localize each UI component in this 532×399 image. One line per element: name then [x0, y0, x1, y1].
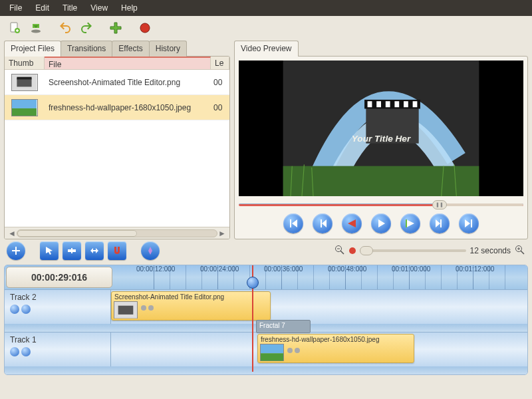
clip-audio-icon	[295, 348, 300, 353]
clip-label: freshness-hd-wallpaper-1680x1050.jpeg	[258, 334, 414, 344]
timecode-display: 00:00:29:016	[6, 267, 112, 288]
timeline-ruler[interactable]: 00:00:29:016 00:00:12:000 00:00:24:000 0…	[5, 265, 527, 289]
file-list: Screenshot-Animated Title Editor.png 00 …	[5, 70, 229, 227]
prev-frame-button[interactable]	[313, 213, 332, 233]
redo-button[interactable]	[77, 19, 96, 37]
svg-rect-28	[71, 248, 72, 253]
track-visible-icon[interactable]	[10, 305, 19, 314]
col-file[interactable]: File	[45, 57, 211, 69]
razor-tool-button[interactable]	[63, 241, 81, 260]
clip[interactable]: freshness-hd-wallpaper-1680x1050.jpeg	[257, 334, 414, 363]
skip-end-button[interactable]	[459, 213, 479, 233]
tab-history[interactable]: History	[149, 41, 187, 57]
svg-rect-13	[364, 100, 420, 109]
fast-forward-button[interactable]	[400, 213, 420, 233]
menu-file[interactable]: File	[4, 2, 27, 14]
svg-rect-38	[261, 344, 283, 353]
scroll-left-icon[interactable]: ◄	[7, 229, 17, 238]
menubar: File Edit Title View Help	[0, 0, 532, 16]
menu-help[interactable]: Help	[116, 2, 143, 14]
preview-viewport[interactable]: Your Title Her	[239, 61, 523, 196]
clip[interactable]: Screenshot-Animated Title Editor.png	[111, 291, 271, 321]
resize-tool-button[interactable]	[85, 241, 104, 260]
timeline-track: Track 2 Screenshot-Animated Title Editor…	[5, 289, 527, 324]
add-track-button[interactable]	[7, 241, 25, 260]
svg-rect-9	[12, 108, 37, 115]
thumbnail	[11, 99, 38, 116]
clip-effect-icon	[141, 305, 146, 311]
clip-label: Screenshot-Animated Title Editor.png	[112, 292, 270, 302]
track-gap: Fractal 7	[5, 324, 527, 332]
preview-seekbar[interactable]: ❚❚	[239, 200, 523, 209]
snap-tool-button[interactable]	[108, 241, 126, 260]
zoom-in-icon[interactable]	[515, 245, 525, 257]
file-name: Screenshot-Animated Title Editor.png	[45, 78, 211, 87]
zoom-out-icon[interactable]	[334, 245, 345, 257]
menu-view[interactable]: View	[85, 2, 113, 14]
track-lock-icon[interactable]	[21, 305, 31, 314]
col-thumb[interactable]: Thumb	[5, 57, 45, 69]
tab-transitions[interactable]: Transitions	[61, 41, 112, 57]
project-panel: Project Files Transitions Effects Histor…	[4, 40, 230, 239]
tab-video-preview[interactable]: Video Preview	[234, 41, 299, 57]
ruler-ticks[interactable]: 00:00:12:000 00:00:24:000 00:00:36:000 0…	[114, 265, 527, 289]
main-toolbar	[0, 16, 532, 40]
track-lock-icon[interactable]	[21, 347, 31, 356]
file-name: freshness-hd-wallpaper-1680x1050.jpeg	[45, 103, 211, 112]
zoom-slider[interactable]	[360, 249, 466, 252]
arrow-tool-button[interactable]	[40, 241, 59, 260]
svg-line-30	[340, 251, 344, 254]
svg-rect-39	[261, 353, 283, 360]
tab-effects[interactable]: Effects	[112, 41, 149, 57]
timeline: 00:00:29:016 00:00:12:000 00:00:24:000 0…	[4, 265, 528, 375]
transport-bar	[235, 209, 527, 239]
clip-effect-icon	[287, 348, 293, 353]
undo-button[interactable]	[56, 19, 74, 37]
svg-rect-19	[413, 101, 418, 107]
file-length: 00	[211, 78, 229, 87]
svg-line-33	[521, 251, 524, 254]
playhead[interactable]	[252, 265, 253, 372]
menu-edit[interactable]: Edit	[30, 2, 55, 14]
rewind-button[interactable]	[342, 213, 362, 233]
clip-thumbnail	[114, 301, 138, 319]
file-row[interactable]: Screenshot-Animated Title Editor.png 00	[5, 70, 229, 95]
track-visible-icon[interactable]	[10, 347, 19, 356]
timeline-track: Track 1 freshness-hd-wallpaper-1680x1050…	[5, 332, 527, 366]
play-button[interactable]	[371, 213, 391, 233]
transition-clip[interactable]: Fractal 7	[256, 320, 311, 333]
menu-title[interactable]: Title	[57, 2, 82, 14]
playhead-handle[interactable]	[247, 277, 259, 289]
clip-audio-icon	[148, 305, 154, 311]
svg-rect-15	[376, 101, 381, 107]
tab-project-files[interactable]: Project Files	[4, 41, 61, 57]
track-gap	[5, 366, 527, 374]
track-name: Track 2	[10, 293, 105, 302]
scroll-right-icon[interactable]: ►	[217, 229, 227, 238]
clip-thumbnail	[260, 344, 284, 361]
seek-handle[interactable]: ❚❚	[432, 200, 447, 209]
svg-rect-18	[404, 101, 408, 107]
skip-start-button[interactable]	[283, 213, 303, 233]
svg-rect-7	[17, 76, 31, 79]
svg-rect-14	[368, 101, 372, 107]
col-length[interactable]: Le	[211, 57, 229, 69]
add-button[interactable]	[106, 19, 125, 37]
record-button[interactable]	[136, 19, 154, 37]
files-hscrollbar[interactable]: ◄ ►	[5, 227, 229, 239]
preview-title-overlay: Your Title Her	[352, 134, 411, 144]
svg-point-2	[31, 30, 41, 33]
new-file-button[interactable]	[5, 19, 24, 37]
timeline-toolbar: 12 seconds	[0, 239, 532, 262]
marker-button[interactable]	[141, 241, 160, 260]
thumbnail	[11, 74, 38, 91]
svg-rect-6	[17, 78, 31, 86]
svg-rect-16	[386, 101, 390, 107]
zoom-thumb[interactable]	[360, 246, 373, 255]
file-column-headers: Thumb File Le	[5, 57, 229, 70]
save-button[interactable]	[27, 19, 45, 37]
file-length: 00	[211, 103, 229, 112]
file-row[interactable]: freshness-hd-wallpaper-1680x1050.jpeg 00	[5, 95, 229, 120]
zoom-label: 12 seconds	[470, 246, 511, 255]
next-frame-button[interactable]	[430, 213, 450, 233]
